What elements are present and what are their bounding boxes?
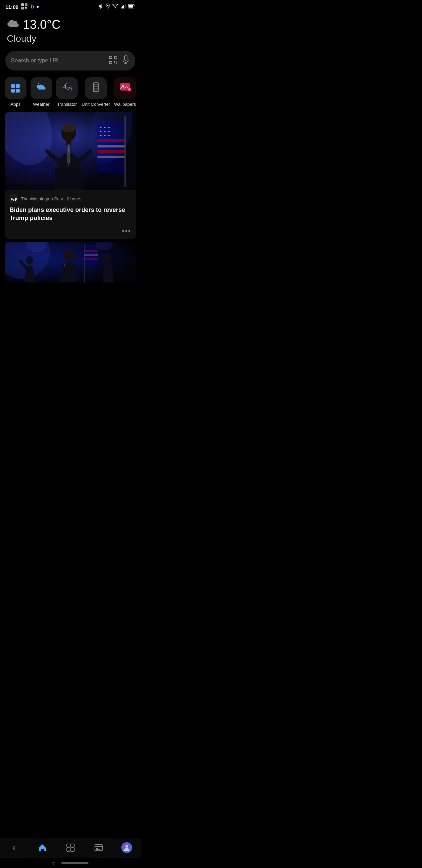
svg-rect-74 <box>85 254 98 256</box>
svg-rect-23 <box>124 56 127 60</box>
search-container: Search or type URL <box>0 48 141 76</box>
svg-rect-9 <box>26 8 27 9</box>
weather-app-icon <box>35 82 48 95</box>
svg-point-51 <box>108 135 110 136</box>
svg-point-62 <box>67 144 70 148</box>
temperature-display: 13.0°C <box>23 18 60 32</box>
wallpapers-label: Wallpapers <box>114 102 136 107</box>
wallpapers-icon <box>119 81 131 96</box>
svg-rect-12 <box>121 7 122 8</box>
quick-app-apps[interactable]: Apps <box>5 77 26 107</box>
svg-rect-73 <box>85 250 98 252</box>
svg-point-46 <box>100 131 102 132</box>
svg-rect-3 <box>26 4 27 5</box>
translator-icon-container: A 가 <box>56 77 78 99</box>
svg-point-48 <box>108 131 110 132</box>
news-image-1 <box>5 112 136 190</box>
signal-icon <box>120 4 126 10</box>
svg-rect-13 <box>122 6 123 8</box>
status-right <box>98 3 135 10</box>
news-more-button[interactable]: ••• <box>5 226 136 239</box>
svg-rect-54 <box>98 150 125 153</box>
svg-rect-10 <box>26 8 26 8</box>
translator-icon: A 가 <box>61 81 73 96</box>
microphone-icon[interactable] <box>122 55 130 66</box>
scan-icon[interactable] <box>109 56 118 66</box>
cloud-icon <box>7 19 20 31</box>
apps-icon-container <box>5 77 26 99</box>
search-input[interactable]: Search or type URL <box>11 57 105 64</box>
translator-label: Translator <box>57 102 77 107</box>
svg-rect-15 <box>125 4 126 8</box>
weather-condition: Cloudy <box>7 33 134 44</box>
battery-icon <box>128 4 135 10</box>
news-source-text: The Washington Post · 2 hours <box>21 196 81 201</box>
news-card-2[interactable] <box>5 242 136 282</box>
status-left: 11:09 b <box>5 3 39 11</box>
svg-rect-18 <box>109 56 112 59</box>
apps-grid-icon <box>11 83 20 93</box>
unit-converter-icon <box>90 81 102 95</box>
quick-app-weather[interactable]: Weather <box>31 77 52 107</box>
weather-section: 13.0°C Cloudy <box>0 12 141 48</box>
svg-rect-55 <box>98 156 125 158</box>
svg-rect-20 <box>109 61 112 64</box>
quick-apps-row: Apps Weather A 가 Transla <box>0 76 141 110</box>
svg-point-70 <box>104 254 112 263</box>
svg-rect-7 <box>26 7 27 8</box>
svg-point-47 <box>104 131 106 132</box>
svg-rect-6 <box>25 7 26 8</box>
svg-rect-53 <box>98 145 125 147</box>
svg-line-22 <box>116 63 117 64</box>
quick-app-translator[interactable]: A 가 Translator <box>56 77 78 107</box>
weather-label: Weather <box>33 102 49 107</box>
svg-rect-30 <box>94 83 98 92</box>
quick-app-wallpapers[interactable]: Wallpapers <box>114 77 136 107</box>
search-bar[interactable]: Search or type URL <box>5 51 135 71</box>
weather-temp-row: 13.0°C <box>7 18 134 32</box>
qr-icon <box>21 3 28 11</box>
svg-rect-14 <box>123 5 124 8</box>
wallpapers-icon-container <box>114 77 136 99</box>
svg-rect-52 <box>98 139 125 142</box>
news-title-1: Biden plans executive orders to reverse … <box>9 206 131 222</box>
news-content-1: WP The Washington Post · 2 hours Biden p… <box>5 190 136 226</box>
svg-rect-17 <box>128 5 133 8</box>
svg-rect-71 <box>84 245 85 282</box>
unit-converter-label: Unit Converter <box>82 102 110 107</box>
svg-point-44 <box>104 127 106 128</box>
bluetooth-icon <box>98 3 103 10</box>
svg-rect-42 <box>98 122 125 173</box>
svg-text:가: 가 <box>67 86 73 92</box>
svg-rect-56 <box>125 116 126 187</box>
svg-rect-19 <box>115 56 117 59</box>
unit-converter-icon-container <box>85 77 107 99</box>
svg-point-68 <box>26 256 33 264</box>
weather-icon-container <box>31 77 52 99</box>
news-source-row: WP The Washington Post · 2 hours <box>9 194 131 203</box>
svg-rect-5 <box>22 7 23 8</box>
svg-rect-8 <box>25 8 26 9</box>
svg-point-11 <box>107 5 108 6</box>
svg-rect-63 <box>68 152 69 166</box>
svg-point-49 <box>100 135 102 136</box>
location-icon <box>105 3 110 10</box>
three-dots-icon[interactable]: ••• <box>122 227 131 235</box>
svg-point-69 <box>64 250 73 260</box>
svg-point-58 <box>61 123 76 132</box>
source-logo: WP <box>9 194 18 203</box>
svg-point-21 <box>114 61 116 63</box>
wifi-icon <box>112 4 118 10</box>
news-image-2 <box>5 242 136 282</box>
notification-dot <box>37 6 39 8</box>
svg-rect-1 <box>22 4 23 5</box>
news-card-1[interactable]: WP The Washington Post · 2 hours Biden p… <box>5 112 136 239</box>
time-display: 11:09 <box>5 4 18 10</box>
quick-app-unit-converter[interactable]: Unit Converter <box>82 77 110 107</box>
bing-icon: b <box>31 4 34 10</box>
svg-text:WP: WP <box>11 197 17 202</box>
svg-point-45 <box>108 127 110 128</box>
apps-label: Apps <box>11 102 21 107</box>
svg-point-43 <box>100 127 102 128</box>
svg-point-50 <box>104 135 106 136</box>
